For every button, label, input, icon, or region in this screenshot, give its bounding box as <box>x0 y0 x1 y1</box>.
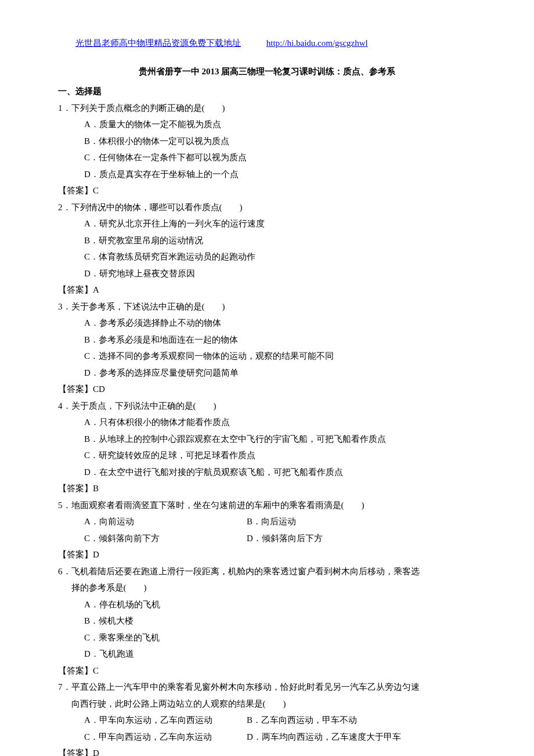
question-option: D．飞机跑道 <box>58 646 476 663</box>
question-answer: 【答案】B <box>58 480 476 497</box>
question-stem: 7．平直公路上一汽车甲中的乘客看见窗外树木向东移动，恰好此时看见另一汽车乙从旁边… <box>58 679 476 696</box>
document-page: 光世昌老师高中物理精品资源免费下载地址 http://hi.baidu.com/… <box>0 0 534 756</box>
question-answer: 【答案】CD <box>58 381 476 398</box>
resource-url[interactable]: http://hi.baidu.com/gscgzhwl <box>266 38 368 48</box>
question-stem: 4．关于质点，下列说法中正确的是( ) <box>58 398 476 415</box>
document-title: 贵州省册亨一中 2013 届高三物理一轮复习课时训练：质点、参考系 <box>58 63 476 80</box>
question-option: C．体育教练员研究百米跑运动员的起跑动作 <box>58 249 476 265</box>
section-heading: 一、选择题 <box>58 83 476 100</box>
question-option: D．倾斜落向后下方 <box>247 530 323 547</box>
question-option: D．在太空中进行飞船对接的宇航员观察该飞船，可把飞船看作质点 <box>58 464 476 481</box>
question-option: A．甲车向东运动，乙车向西运动 <box>84 712 247 729</box>
question-answer: 【答案】D <box>58 546 476 563</box>
question-option: A．质量大的物体一定不能视为质点 <box>58 116 476 133</box>
question-stem-continuation: 向西行驶，此时公路上两边站立的人观察的结果是( ) <box>58 696 476 712</box>
question-option: D．质点是真实存在于坐标轴上的一个点 <box>58 166 476 183</box>
question-option: B．乙车向西运动，甲车不动 <box>247 712 357 729</box>
question-option: C．任何物体在一定条件下都可以视为质点 <box>58 149 476 166</box>
question-option: B．研究教室里吊扇的运动情况 <box>58 232 476 249</box>
question-option: B．参考系必须是和地面连在一起的物体 <box>58 332 476 348</box>
question-option: C．乘客乘坐的飞机 <box>58 629 476 646</box>
question-option: C．倾斜落向前下方 <box>84 530 247 547</box>
question-stem: 3．关于参考系，下述说法中正确的是( ) <box>58 298 476 315</box>
question-option: B．体积很小的物体一定可以视为质点 <box>58 133 476 150</box>
question-stem: 1．下列关于质点概念的判断正确的是( ) <box>58 100 476 117</box>
question-option-row: C．甲车向西运动，乙车向东运动 D．两车均向西运动，乙车速度大于甲车 <box>58 729 476 746</box>
question-answer: 【答案】D <box>58 745 476 756</box>
question-stem: 5．地面观察者看雨滴竖直下落时，坐在匀速前进的车厢中的乘客看雨滴是( ) <box>58 497 476 514</box>
question-option: D．两车均向西运动，乙车速度大于甲车 <box>247 729 401 746</box>
question-option: D．研究地球上昼夜交替原因 <box>58 265 476 282</box>
question-option: A．向前运动 <box>84 513 247 530</box>
question-option: B．候机大楼 <box>58 613 476 629</box>
question-option: A．只有体积很小的物体才能看作质点 <box>58 414 476 431</box>
question-option: C．甲车向西运动，乙车向东运动 <box>84 729 247 746</box>
question-answer: 【答案】C <box>58 182 476 199</box>
question-option: A．研究从北京开往上海的一列火车的运行速度 <box>58 215 476 232</box>
resource-link[interactable]: 光世昌老师高中物理精品资源免费下载地址 <box>75 38 241 48</box>
question-option-row: A．向前运动 B．向后运动 <box>58 513 476 530</box>
question-option: C．研究旋转效应的足球，可把足球看作质点 <box>58 447 476 464</box>
question-option-row: C．倾斜落向前下方 D．倾斜落向后下方 <box>58 530 476 547</box>
question-option: A．参考系必须选择静止不动的物体 <box>58 315 476 332</box>
question-stem: 2．下列情况中的物体，哪些可以看作质点( ) <box>58 199 476 216</box>
question-answer: 【答案】C <box>58 663 476 679</box>
question-option: A．停在机场的飞机 <box>58 596 476 613</box>
question-option-row: A．甲车向东运动，乙车向西运动 B．乙车向西运动，甲车不动 <box>58 712 476 729</box>
question-option: B．向后运动 <box>247 513 296 530</box>
page-header: 光世昌老师高中物理精品资源免费下载地址 http://hi.baidu.com/… <box>58 35 476 52</box>
question-option: B．从地球上的控制中心跟踪观察在太空中飞行的宇宙飞船，可把飞船看作质点 <box>58 431 476 448</box>
question-option: C．选择不同的参考系观察同一物体的运动，观察的结果可能不同 <box>58 348 476 365</box>
question-answer: 【答案】A <box>58 282 476 298</box>
question-option: D．参考系的选择应尽量使研究问题简单 <box>58 365 476 381</box>
question-stem-continuation: 择的参考系是( ) <box>58 579 476 596</box>
question-stem: 6．飞机着陆后还要在跑道上滑行一段距离，机舱内的乘客透过窗户看到树木向后移动，乘… <box>58 563 476 580</box>
